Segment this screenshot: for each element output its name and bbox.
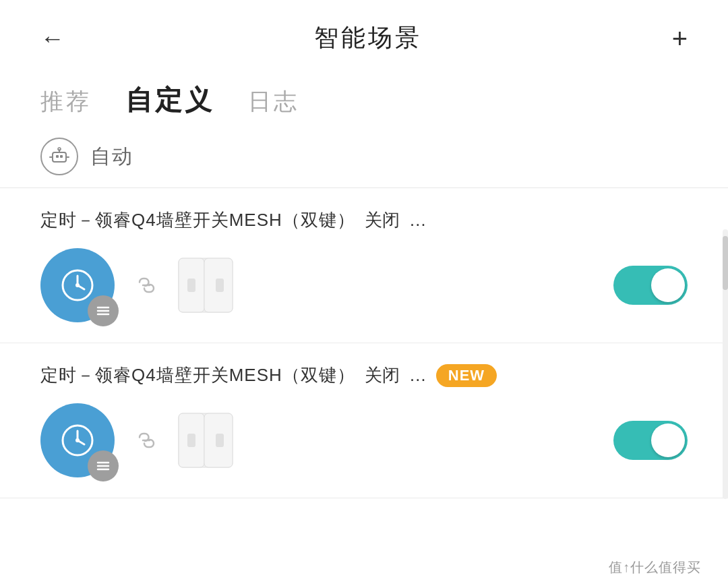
scene-icons-left-1 [40,248,236,322]
scene-title-2: 定时－领睿Q4墙壁开关MESH（双键） [40,363,355,387]
page-title: 智能场景 [314,22,422,55]
tab-log[interactable]: 日志 [248,86,299,117]
scene-title-1: 定时－领睿Q4墙壁开关MESH（双键） [40,208,355,232]
scene-content-row-2 [40,403,688,477]
scene-icons-left-2 [40,403,236,477]
toggle-1[interactable] [613,266,688,305]
svg-point-22 [75,438,80,442]
scene-card-2: 定时－领睿Q4墙壁开关MESH（双键） 关闭 … NEW [0,343,728,498]
svg-rect-2 [60,155,63,158]
svg-rect-0 [53,152,66,162]
clock-icon-1 [40,248,115,322]
new-badge: NEW [436,364,497,387]
add-button[interactable]: + [672,25,688,52]
list-badge-2 [88,450,119,481]
tab-custom[interactable]: 自定义 [125,82,214,119]
link-icon-1 [131,270,162,301]
scene-content-row-1 [40,248,688,322]
toggle-2[interactable] [613,421,688,460]
scene-status-2: 关闭 [365,363,400,387]
svg-rect-17 [187,279,195,292]
clock-icon-2 [40,403,115,477]
scrollbar-thumb [723,236,728,290]
svg-rect-29 [187,434,195,447]
toggle-knob-2 [651,423,685,457]
scene-dots-1[interactable]: … [409,210,427,231]
svg-rect-1 [56,155,59,158]
switch-device-2 [175,410,236,471]
scene-title-row-1: 定时－领睿Q4墙壁开关MESH（双键） 关闭 … [40,208,688,232]
auto-icon [40,138,78,175]
auto-section: 自动 [0,125,728,187]
scene-status-1: 关闭 [365,208,400,232]
back-button[interactable]: ← [40,24,65,53]
watermark: 值↑什么值得买 [609,558,701,577]
list-badge-1 [88,295,119,326]
tab-bar: 推荐 自定义 日志 [0,68,728,125]
scene-card-1: 定时－领睿Q4墙壁开关MESH（双键） 关闭 … [0,188,728,343]
toggle-knob-1 [651,268,685,302]
svg-rect-30 [216,434,224,447]
header: ← 智能场景 + [0,0,728,68]
svg-point-10 [75,283,80,287]
scrollbar-track[interactable] [723,229,728,499]
auto-label: 自动 [90,143,133,171]
scene-dots-2[interactable]: … [409,365,427,386]
scene-title-row-2: 定时－领睿Q4墙壁开关MESH（双键） 关闭 … NEW [40,363,688,387]
link-icon-2 [131,425,162,456]
svg-rect-18 [216,279,224,292]
switch-device-1 [175,255,236,316]
tab-recommend[interactable]: 推荐 [40,86,92,117]
